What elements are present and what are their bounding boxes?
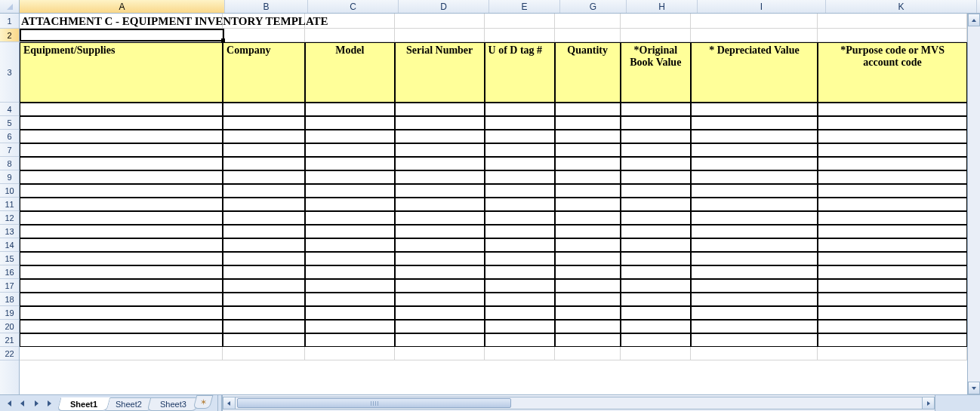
data-cell[interactable] [485, 252, 555, 265]
data-cell[interactable] [691, 184, 818, 198]
data-cell[interactable] [395, 103, 485, 116]
cell[interactable] [223, 347, 305, 360]
cell[interactable] [485, 347, 555, 360]
data-cell[interactable] [395, 238, 485, 252]
data-cell[interactable] [20, 279, 223, 293]
horizontal-scroll-track[interactable] [236, 397, 922, 409]
row-header-1[interactable]: 1 [0, 14, 19, 29]
data-cell[interactable] [691, 279, 818, 293]
data-cell[interactable] [305, 238, 395, 252]
data-cell[interactable] [621, 306, 691, 320]
data-cell[interactable] [818, 157, 967, 170]
data-cell[interactable] [691, 333, 818, 347]
data-cell[interactable] [223, 198, 305, 211]
data-cell[interactable] [818, 225, 967, 238]
data-cell[interactable] [818, 265, 967, 279]
data-cell[interactable] [621, 265, 691, 279]
data-cell[interactable] [555, 116, 621, 130]
data-cell[interactable] [20, 293, 223, 306]
data-cell[interactable] [395, 198, 485, 211]
data-cell[interactable] [395, 157, 485, 170]
data-cell[interactable] [818, 211, 967, 225]
data-cell[interactable] [818, 143, 967, 157]
data-cell[interactable] [555, 238, 621, 252]
data-cell[interactable] [555, 252, 621, 265]
data-cell[interactable] [20, 238, 223, 252]
sheet-nav-prev[interactable] [17, 397, 29, 409]
scroll-down-button[interactable] [968, 382, 980, 394]
data-cell[interactable] [555, 279, 621, 293]
data-cell[interactable] [485, 170, 555, 184]
data-cell[interactable] [621, 333, 691, 347]
data-cell[interactable] [621, 116, 691, 130]
data-cell[interactable] [223, 293, 305, 306]
cell[interactable] [555, 14, 621, 29]
data-cell[interactable] [691, 293, 818, 306]
data-cell[interactable] [555, 293, 621, 306]
row-header-11[interactable]: 11 [0, 198, 19, 211]
cells-area[interactable]: ATTACHMENT C - EQUIPMENT INVENTORY TEMPL… [20, 14, 967, 394]
row-header-14[interactable]: 14 [0, 238, 19, 252]
data-cell[interactable] [20, 170, 223, 184]
data-cell[interactable] [305, 198, 395, 211]
data-cell[interactable] [818, 306, 967, 320]
data-cell[interactable] [555, 170, 621, 184]
data-cell[interactable] [621, 211, 691, 225]
row-header-17[interactable]: 17 [0, 279, 19, 293]
data-cell[interactable] [20, 225, 223, 238]
cell[interactable] [621, 29, 691, 42]
cell[interactable] [621, 347, 691, 360]
data-cell[interactable] [818, 103, 967, 116]
data-cell[interactable] [305, 211, 395, 225]
data-cell[interactable] [818, 116, 967, 130]
scroll-left-button[interactable] [223, 397, 236, 409]
data-cell[interactable] [305, 103, 395, 116]
scroll-right-button[interactable] [922, 397, 935, 409]
data-cell[interactable] [305, 306, 395, 320]
data-cell[interactable] [691, 225, 818, 238]
data-cell[interactable] [20, 306, 223, 320]
data-cell[interactable] [485, 225, 555, 238]
row-header-22[interactable]: 22 [0, 347, 19, 360]
data-cell[interactable] [691, 170, 818, 184]
data-cell[interactable] [223, 265, 305, 279]
col-header-B[interactable]: B [225, 0, 308, 13]
data-cell[interactable] [485, 184, 555, 198]
data-cell[interactable] [555, 306, 621, 320]
data-cell[interactable] [621, 198, 691, 211]
cell[interactable] [20, 29, 223, 42]
data-cell[interactable] [621, 143, 691, 157]
data-cell[interactable] [395, 116, 485, 130]
data-cell[interactable] [223, 333, 305, 347]
cell[interactable] [691, 29, 818, 42]
data-cell[interactable] [485, 157, 555, 170]
data-cell[interactable] [395, 170, 485, 184]
data-cell[interactable] [20, 116, 223, 130]
data-cell[interactable] [305, 265, 395, 279]
row-header-3[interactable]: 3 [0, 42, 19, 103]
data-cell[interactable] [223, 184, 305, 198]
cell[interactable] [691, 347, 818, 360]
data-cell[interactable] [485, 130, 555, 143]
data-cell[interactable] [485, 103, 555, 116]
col-header-K[interactable]: K [826, 0, 977, 13]
data-cell[interactable] [223, 170, 305, 184]
data-cell[interactable] [223, 130, 305, 143]
data-cell[interactable] [485, 306, 555, 320]
data-cell[interactable] [555, 265, 621, 279]
col-header-D[interactable]: D [399, 0, 489, 13]
data-cell[interactable] [691, 306, 818, 320]
row-header-6[interactable]: 6 [0, 130, 19, 143]
data-cell[interactable] [818, 238, 967, 252]
data-cell[interactable] [305, 116, 395, 130]
row-header-4[interactable]: 4 [0, 103, 19, 116]
data-cell[interactable] [485, 279, 555, 293]
data-cell[interactable] [223, 306, 305, 320]
data-cell[interactable] [20, 184, 223, 198]
data-cell[interactable] [485, 143, 555, 157]
data-cell[interactable] [395, 143, 485, 157]
data-cell[interactable] [395, 320, 485, 333]
data-cell[interactable] [485, 211, 555, 225]
row-header-12[interactable]: 12 [0, 211, 19, 225]
data-cell[interactable] [621, 184, 691, 198]
